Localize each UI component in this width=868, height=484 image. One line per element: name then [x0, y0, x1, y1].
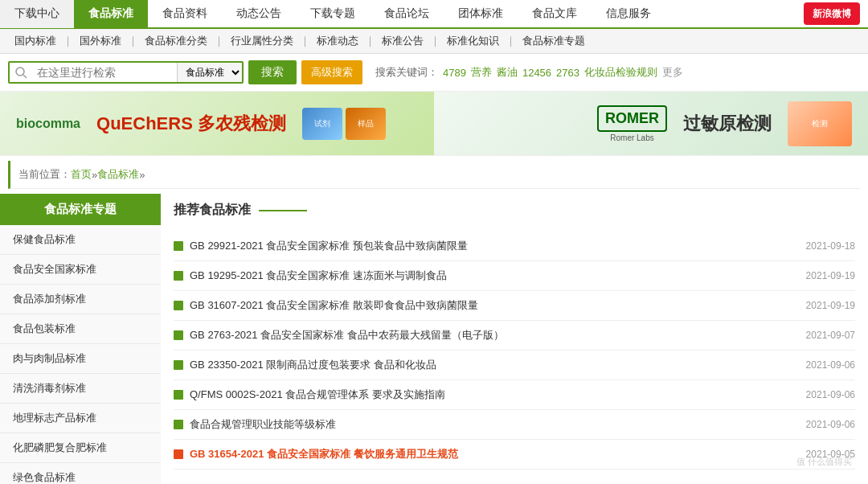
search-icon	[14, 66, 27, 79]
article-date-0: 2021-09-18	[806, 240, 855, 252]
section-title-decoration	[259, 210, 307, 211]
nav-item-download-special[interactable]: 下载专题	[296, 0, 370, 28]
nav-item-group-standards[interactable]: 团体标准	[444, 0, 518, 28]
weibo-link[interactable]: 新浪微博	[804, 2, 868, 25]
search-icon-box	[10, 63, 32, 82]
sidebar-item-cleaning[interactable]: 清洗消毒剂标准	[0, 374, 161, 404]
sub-nav-sep-4: ｜	[300, 34, 310, 48]
advanced-search-button[interactable]: 高级搜索	[301, 60, 362, 84]
article-title-4[interactable]: GB 23350-2021 限制商品过度包装要求 食品和化妆品	[190, 358, 800, 372]
banner-left-text: QuEChERS 多农残检测	[96, 112, 286, 136]
search-keywords: 搜索关键词： 4789 营养 酱油 12456 2763 化妆品检验规则 更多	[375, 65, 683, 80]
article-item-0: GB 29921-2021 食品安全国家标准 预包装食品中致病菌限量 2021-…	[174, 232, 855, 261]
weibo-label: 新浪微博	[813, 7, 851, 21]
nav-item-standards[interactable]: 食品标准	[74, 0, 148, 28]
article-item-7: GB 31654-2021 食品安全国家标准 餐饮服务通用卫生规范 2021-0…	[174, 440, 855, 470]
sidebar-item-meat[interactable]: 肉与肉制品标准	[0, 344, 161, 374]
article-date-3: 2021-09-07	[806, 330, 855, 341]
biocomma-logo: biocomma	[16, 117, 80, 131]
sidebar-item-additives[interactable]: 食品添加剂标准	[0, 285, 161, 314]
section-title-text: 推荐食品标准	[174, 202, 251, 219]
sidebar: 食品标准专题 保健食品标准 食品安全国家标准 食品添加剂标准 食品包装标准 肉与…	[0, 194, 161, 484]
article-icon-0	[174, 241, 183, 251]
sub-nav-sep-3: ｜	[214, 34, 224, 48]
nav-item-download[interactable]: 下载中心	[0, 0, 74, 28]
sidebar-item-health-food[interactable]: 保健食品标准	[0, 225, 161, 255]
article-title-5[interactable]: Q/FMS 0002S-2021 食品合规管理体系 要求及实施指南	[190, 388, 800, 402]
article-item-4: GB 23350-2021 限制商品过度包装要求 食品和化妆品 2021-09-…	[174, 351, 855, 380]
watermark-line1: 值 什么值得买	[796, 456, 852, 468]
article-title-3[interactable]: GB 2763-2021 食品安全国家标准 食品中农药最大残留量（电子版）	[190, 328, 800, 342]
sub-nav-bulletin[interactable]: 标准公告	[375, 34, 430, 48]
nav-item-info[interactable]: 信息服务	[592, 0, 665, 28]
sub-nav-sep-5: ｜	[365, 34, 375, 48]
breadcrumb-prefix: 当前位置：	[18, 167, 71, 182]
top-navigation: 下载中心 食品标准 食品资料 动态公告 下载专题 食品论坛 团体标准 食品文库 …	[0, 0, 868, 29]
nav-item-announcements[interactable]: 动态公告	[222, 0, 296, 28]
sidebar-item-green-food[interactable]: 绿色食品标准	[0, 463, 161, 484]
keyword-label: 搜索关键词：	[375, 65, 438, 80]
banner-left[interactable]: biocomma QuEChERS 多农残检测 试剂 样品	[0, 92, 434, 155]
banner-right-text: 过敏原检测	[683, 112, 772, 136]
weibo-icon: 新浪微博	[804, 2, 860, 25]
keyword-2763[interactable]: 2763	[556, 67, 579, 79]
sub-nav-knowledge[interactable]: 标准化知识	[440, 34, 506, 48]
article-date-6: 2021-09-06	[806, 419, 855, 430]
sub-navigation: 国内标准 ｜ 国外标准 ｜ 食品标准分类 ｜ 行业属性分类 ｜ 标准动态 ｜ 标…	[0, 29, 868, 54]
article-list: GB 29921-2021 食品安全国家标准 预包装食品中致病菌限量 2021-…	[174, 232, 855, 470]
nav-item-forum[interactable]: 食品论坛	[370, 0, 444, 28]
article-date-2: 2021-09-19	[806, 300, 855, 311]
sidebar-item-fertilizer[interactable]: 化肥磷肥复合肥标准	[0, 433, 161, 463]
sub-nav-foreign[interactable]: 国外标准	[73, 34, 128, 48]
search-input-wrapper: 食品标准	[8, 61, 244, 84]
sub-nav-sep-2: ｜	[128, 34, 138, 48]
nav-item-library[interactable]: 食品文库	[518, 0, 592, 28]
sidebar-item-geographic[interactable]: 地理标志产品标准	[0, 404, 161, 433]
nav-item-resources[interactable]: 食品资料	[148, 0, 222, 28]
article-icon-5	[174, 390, 183, 400]
sub-nav-industry[interactable]: 行业属性分类	[224, 34, 300, 48]
article-date-1: 2021-09-19	[806, 270, 855, 281]
article-title-0[interactable]: GB 29921-2021 食品安全国家标准 预包装食品中致病菌限量	[190, 239, 800, 253]
romer-sub-logo: Romer Labs	[610, 133, 653, 142]
article-icon-3	[174, 330, 183, 340]
search-button[interactable]: 搜索	[248, 60, 297, 84]
article-item-2: GB 31607-2021 食品安全国家标准 散装即食食品中致病菌限量 2021…	[174, 291, 855, 321]
article-title-6[interactable]: 食品合规管理职业技能等级标准	[190, 417, 800, 432]
search-input[interactable]	[32, 63, 177, 82]
keyword-more[interactable]: 更多	[662, 65, 683, 80]
banner-left-img1: 试剂	[302, 108, 342, 140]
keyword-nutrition[interactable]: 营养	[471, 65, 492, 80]
breadcrumb-home[interactable]: 首页	[71, 167, 92, 182]
search-bar: 食品标准 搜索 高级搜索 搜索关键词： 4789 营养 酱油 12456 276…	[0, 54, 868, 92]
search-category-select[interactable]: 食品标准	[177, 63, 242, 82]
article-item-5: Q/FMS 0002S-2021 食品合规管理体系 要求及实施指南 2021-0…	[174, 380, 855, 410]
article-title-2[interactable]: GB 31607-2021 食品安全国家标准 散装即食食品中致病菌限量	[190, 298, 800, 313]
keyword-4789[interactable]: 4789	[443, 67, 466, 79]
sub-nav-domestic[interactable]: 国内标准	[8, 34, 63, 48]
article-icon-6	[174, 420, 183, 429]
article-item-1: GB 19295-2021 食品安全国家标准 速冻面米与调制食品 2021-09…	[174, 261, 855, 291]
sub-nav-special[interactable]: 食品标准专题	[516, 34, 592, 48]
keyword-soy-sauce[interactable]: 酱油	[497, 65, 518, 80]
sub-nav-sep-7: ｜	[506, 34, 516, 48]
sub-nav-category[interactable]: 食品标准分类	[138, 34, 214, 48]
sidebar-item-packaging[interactable]: 食品包装标准	[0, 314, 161, 344]
svg-point-0	[16, 68, 24, 76]
keyword-cosmetics[interactable]: 化妆品检验规则	[584, 65, 657, 80]
banner-right[interactable]: ROMER Romer Labs 过敏原检测 检测	[434, 92, 868, 155]
article-date-5: 2021-09-06	[806, 389, 855, 400]
banner-left-img2: 样品	[346, 108, 386, 140]
content-area: 推荐食品标准 GB 29921-2021 食品安全国家标准 预包装食品中致病菌限…	[161, 194, 868, 484]
sub-nav-dynamics[interactable]: 标准动态	[310, 34, 365, 48]
section-title: 推荐食品标准	[174, 202, 855, 222]
sidebar-title: 食品标准专题	[0, 194, 161, 225]
article-title-1[interactable]: GB 19295-2021 食品安全国家标准 速冻面米与调制食品	[190, 269, 800, 283]
article-item-6: 食品合规管理职业技能等级标准 2021-09-06	[174, 410, 855, 440]
watermark: 值 什么值得买	[796, 456, 852, 468]
sidebar-item-national-standards[interactable]: 食品安全国家标准	[0, 255, 161, 285]
keyword-12456[interactable]: 12456	[522, 67, 551, 79]
banner-right-img: 检测	[788, 101, 852, 146]
breadcrumb-standards[interactable]: 食品标准	[97, 167, 139, 182]
article-title-7[interactable]: GB 31654-2021 食品安全国家标准 餐饮服务通用卫生规范	[190, 447, 800, 461]
